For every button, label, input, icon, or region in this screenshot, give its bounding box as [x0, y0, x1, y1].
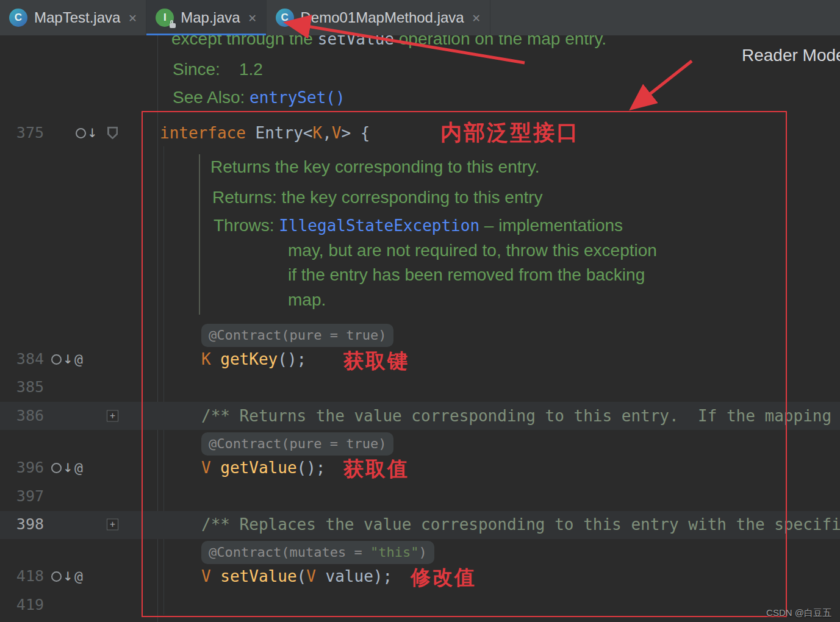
tab-maptest-java[interactable]: CMapTest.java×: [0, 0, 146, 35]
tab-demo01mapmethod-java[interactable]: CDemo01MapMethod.java×: [267, 0, 490, 35]
lock-icon: [170, 23, 176, 28]
close-icon[interactable]: ×: [248, 11, 257, 25]
doc-since-line[interactable]: Since: 1.2: [173, 56, 263, 83]
tab-label: MapTest.java: [34, 9, 120, 26]
class-icon: C: [276, 9, 294, 27]
close-icon[interactable]: ×: [128, 11, 137, 25]
watermark: CSDN @白豆五: [766, 607, 831, 619]
interface-icon: I: [156, 9, 174, 27]
doc-see-also-line[interactable]: See Also: entrySet(): [173, 84, 345, 111]
tab-label: Map.java: [181, 9, 240, 26]
reader-mode-toggle[interactable]: Reader Mode: [742, 46, 840, 65]
class-icon: C: [9, 9, 27, 27]
editor-tab-bar: CMapTest.java×IMap.java×CDemo01MapMethod…: [0, 0, 840, 35]
close-icon[interactable]: ×: [472, 11, 481, 25]
annotation-rectangle: [142, 111, 787, 617]
tab-map-java[interactable]: IMap.java×: [146, 0, 266, 35]
tab-label: Demo01MapMethod.java: [301, 9, 464, 26]
